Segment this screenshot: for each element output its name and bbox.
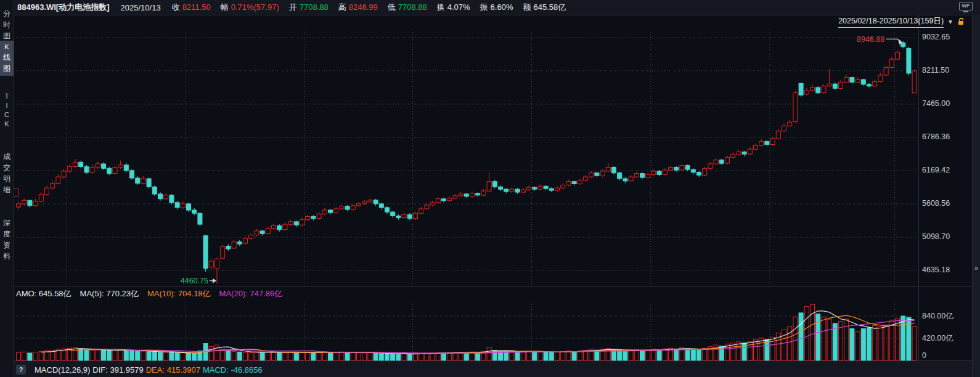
volume-tick: 420.00亿 xyxy=(922,333,953,344)
volume-tick: 0 xyxy=(922,351,926,360)
sidebar-item-minute-chart[interactable]: 分时图 xyxy=(0,6,14,43)
macd-item: MACD(12,26,9) xyxy=(35,365,90,375)
macd-item: DEA: 415.3907 xyxy=(146,365,200,375)
sidebar-item-trade-detail[interactable]: 成交明细 xyxy=(0,149,14,197)
trading-terminal: 8946.884460.75 884963.WI[动力电池指数] 2025/10… xyxy=(0,0,980,377)
macd-item: DIF: 391.9579 xyxy=(92,365,143,375)
macd-status-bar: ? MACD(12,26,9)DIF: 391.9579DEA: 415.390… xyxy=(14,362,980,377)
macd-values: MACD(12,26,9)DIF: 391.9579DEA: 415.3907M… xyxy=(35,365,265,375)
volume-tick: 840.00亿 xyxy=(922,311,953,322)
sidebar-item-kline-chart[interactable]: K线图 xyxy=(0,41,14,76)
volume-ma5-line xyxy=(41,311,915,354)
volume-axis: 840.00亿420.00亿0 xyxy=(922,0,978,377)
sidebar: 分时图K线图TICK成交明细深度资料 xyxy=(0,0,14,377)
macd-item: MACD: -46.8656 xyxy=(203,365,263,375)
right-rail: » xyxy=(972,15,980,377)
volume-ma20-line xyxy=(126,320,915,354)
help-button[interactable]: ? xyxy=(16,365,26,375)
expand-panel-button[interactable]: » xyxy=(973,264,980,272)
sidebar-item-depth-info[interactable]: 深度资料 xyxy=(0,216,14,264)
date-range-button[interactable]: 2025/02/18-2025/10/13(159日) xyxy=(838,16,944,28)
unlock-icon[interactable] xyxy=(957,17,965,26)
volume-layer xyxy=(17,304,917,360)
period-high-label: 8946.88 xyxy=(857,35,884,44)
range-selector: 2025/02/18-2025/10/13(159日) ▼ xyxy=(838,17,965,26)
kline-chart-canvas[interactable]: 8946.884460.75 xyxy=(0,0,980,377)
candlestick-layer xyxy=(17,41,917,283)
chevron-down-icon[interactable]: ▼ xyxy=(947,18,953,25)
period-low-label: 4460.75 xyxy=(181,277,208,285)
sidebar-item-tick[interactable]: TICK xyxy=(0,90,14,131)
